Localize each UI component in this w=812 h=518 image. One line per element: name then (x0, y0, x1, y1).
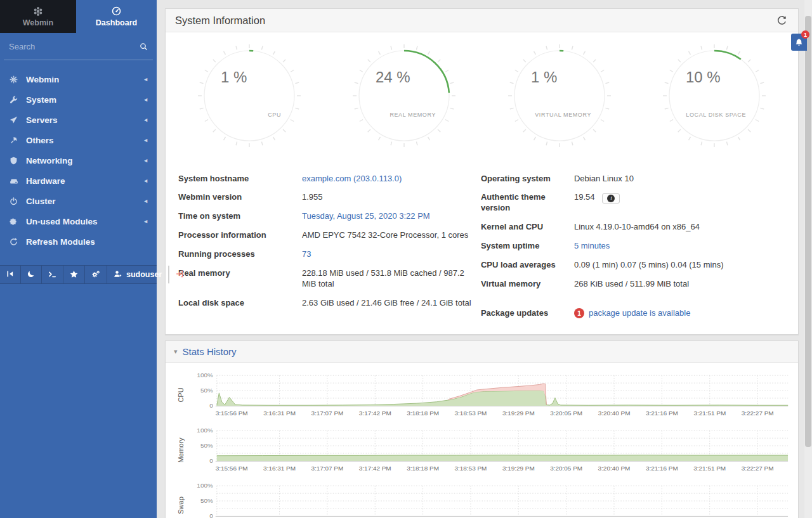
svg-text:3:18:53 PM: 3:18:53 PM (454, 410, 487, 417)
svg-text:3:20:40 PM: 3:20:40 PM (598, 465, 631, 472)
terminal-icon (48, 271, 56, 279)
svg-text:3:15:56 PM: 3:15:56 PM (216, 410, 248, 417)
sidebar-item-servers[interactable]: Servers◂ (0, 110, 157, 130)
theme-settings-button[interactable] (85, 266, 107, 283)
sidebar-item-un-used-modules[interactable]: Un-used Modules◂ (0, 211, 157, 231)
tab-webmin[interactable]: Webmin (0, 0, 76, 33)
svg-text:3:21:51 PM: 3:21:51 PM (693, 410, 726, 417)
notifications-tab[interactable]: 1 (791, 34, 807, 51)
info-row-webmin-version: Webmin version1.955 (178, 188, 476, 207)
caret-left-icon: ◂ (144, 117, 147, 123)
info-row-processor-information: Processor informationAMD EPYC 7542 32-Co… (178, 226, 476, 245)
axis-label-text: Swap (177, 496, 185, 514)
sidebar-item-label: Webmin (26, 75, 59, 84)
sidebar: Webmin Dashboard Webmin◂System◂Servers◂O… (0, 0, 157, 518)
svg-text:3:17:42 PM: 3:17:42 PM (359, 465, 391, 472)
svg-text:3:20:40 PM: 3:20:40 PM (598, 410, 631, 417)
gauge-dial: 1 %CPU (197, 44, 301, 148)
info-label: Operating system (481, 174, 574, 185)
memory-used-area (217, 455, 788, 461)
webmin-logo-icon (33, 6, 43, 16)
svg-text:REAL MEMORY: REAL MEMORY (390, 112, 436, 118)
axis-label-text: CPU (177, 388, 185, 403)
scrollbar[interactable] (804, 0, 812, 518)
sidebar-toolbar: sudouser (0, 265, 157, 284)
sidebar-item-system[interactable]: System◂ (0, 89, 157, 110)
sidebar-item-label: Others (26, 136, 54, 145)
info-label: Real memory (178, 268, 302, 279)
svg-text:50%: 50% (200, 497, 213, 504)
info-value: 2.63 GiB used / 21.46 GiB free / 24.1 Gi… (302, 298, 476, 309)
memory-chart-row: Memory100%50%03:15:56 PM3:16:31 PM3:17:0… (173, 427, 793, 474)
svg-text:1 %: 1 % (221, 68, 247, 86)
notification-badge: 1 (801, 30, 809, 39)
scrollbar-thumb[interactable] (805, 16, 811, 447)
power-icon (10, 197, 26, 205)
gauge-dial: 24 %REAL MEMORY (352, 44, 456, 148)
svg-text:10 %: 10 % (686, 68, 721, 86)
update-count-badge: 1 (574, 308, 584, 318)
collapse-sidebar-button[interactable] (0, 266, 21, 283)
gavel-icon (10, 136, 26, 145)
search-icon[interactable] (140, 42, 148, 51)
svg-text:CPU: CPU (268, 112, 281, 118)
harddrive-icon (10, 177, 26, 185)
svg-text:3:20:05 PM: 3:20:05 PM (550, 465, 582, 472)
sidebar-item-cluster[interactable]: Cluster◂ (0, 191, 157, 211)
sidebar-item-refresh-modules[interactable]: Refresh Modules (0, 231, 157, 252)
info-row-virtual-memory: Virtual memory268 KiB used / 511.99 MiB … (481, 275, 785, 304)
gauge-local-disk-space: 10 %LOCAL DISK SPACE (637, 44, 792, 148)
info-value: Linux 4.19.0-10-amd64 on x86_64 (574, 222, 785, 233)
info-value: 73 (302, 249, 476, 260)
info-label: Package updates (481, 308, 574, 319)
username-label: sudouser (126, 270, 162, 279)
caret-left-icon: ◂ (144, 96, 147, 103)
stats-charts: CPU100%50%03:15:56 PM3:16:31 PM3:17:07 P… (166, 363, 798, 518)
info-row-system-uptime: System uptime5 minutes (481, 237, 785, 256)
info-link-time-on-system[interactable]: Tuesday, August 25, 2020 3:22 PM (302, 211, 430, 221)
tab-dashboard-label: Dashboard (96, 18, 137, 27)
stats-history-panel: ▾ Stats History CPU100%50%03:15:56 PM3:1… (165, 340, 799, 518)
refresh-page-icon[interactable] (775, 14, 789, 27)
info-link-system-hostname[interactable]: example.com (203.0.113.0) (302, 174, 402, 183)
svg-text:3:19:29 PM: 3:19:29 PM (502, 465, 535, 472)
logout-icon (176, 270, 184, 279)
sidebar-item-label: Networking (26, 156, 73, 165)
info-label: Running processes (178, 249, 302, 260)
stats-history-header[interactable]: ▾ Stats History (166, 341, 798, 363)
axis-label-text: Memory (177, 437, 185, 463)
info-row-kernel-and-cpu: Kernel and CPULinux 4.19.0-10-amd64 on x… (481, 218, 785, 237)
night-mode-button[interactable] (21, 266, 42, 283)
wrench-icon (10, 96, 26, 104)
svg-text:100%: 100% (197, 427, 213, 434)
collapse-sidebar-icon (6, 270, 14, 279)
logout-button[interactable] (169, 266, 190, 283)
info-row-time-on-system: Time on systemTuesday, August 25, 2020 3… (178, 207, 476, 226)
tab-dashboard[interactable]: Dashboard (76, 0, 157, 33)
theme-info-button[interactable]: i (602, 193, 620, 204)
info-label: Kernel and CPU (481, 222, 574, 233)
sidebar-item-webmin[interactable]: Webmin◂ (0, 69, 157, 89)
svg-text:VIRTUAL MEMORY: VIRTUAL MEMORY (535, 112, 591, 118)
main-content: System Information 1 %CPU24 %REAL MEMORY… (165, 8, 799, 518)
star-icon (70, 270, 78, 280)
sidebar-item-networking[interactable]: Networking◂ (0, 150, 157, 171)
svg-text:3:16:31 PM: 3:16:31 PM (263, 465, 296, 472)
info-link-package-updates[interactable]: package update is available (589, 308, 690, 319)
user-button[interactable]: sudouser (107, 266, 169, 283)
sidebar-item-label: Un-used Modules (26, 217, 98, 226)
info-label: Virtual memory (481, 279, 574, 290)
sidebar-item-hardware[interactable]: Hardware◂ (0, 171, 157, 191)
info-link-system-uptime[interactable]: 5 minutes (574, 241, 610, 250)
svg-text:100%: 100% (197, 482, 213, 489)
info-label: System uptime (481, 241, 574, 252)
terminal-button[interactable] (42, 266, 63, 283)
sidebar-item-others[interactable]: Others◂ (0, 130, 157, 150)
info-label: Authentic theme version (481, 192, 574, 214)
search-input[interactable] (9, 42, 140, 51)
info-label: Processor information (178, 230, 302, 241)
stats-history-title: Stats History (183, 346, 237, 357)
favorites-button[interactable] (63, 266, 85, 283)
info-link-running-processes[interactable]: 73 (302, 249, 311, 259)
dashboard-icon (112, 6, 121, 16)
